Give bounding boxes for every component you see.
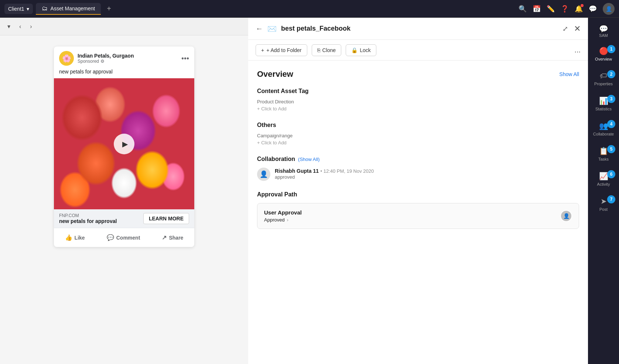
sidebar-item-tasks[interactable]: 5 📋 Tasks bbox=[588, 141, 619, 166]
fb-settings-icon[interactable]: ⚙ bbox=[100, 59, 105, 64]
tab-label: Asset Management bbox=[51, 6, 95, 11]
collaborate-icon: 👥 bbox=[599, 121, 608, 130]
approval-path-title: Approval Path bbox=[257, 191, 579, 198]
approval-name: User Approval bbox=[264, 209, 302, 216]
panel-toolbar: + + Add to Folder ⎘ Clone 🔒 Lock ... bbox=[248, 40, 588, 61]
sidebar-item-collaborate[interactable]: 4 👥 Collaborate bbox=[588, 116, 619, 141]
calendar-icon[interactable]: 📅 bbox=[533, 5, 541, 13]
add-to-folder-label: + Add to Folder bbox=[266, 47, 301, 53]
user-avatar[interactable]: 👤 bbox=[603, 3, 615, 15]
post-badge: 7 bbox=[607, 195, 615, 203]
comment-label: Comment bbox=[116, 235, 140, 241]
like-button[interactable]: 👍 Like bbox=[59, 231, 91, 244]
play-icon: ▶ bbox=[122, 140, 128, 148]
sidebar-right: 💬 SAM 1 🔴 Overview 2 🏷 Properties 3 📊 St… bbox=[588, 18, 619, 364]
client-label: Client1 bbox=[8, 6, 24, 12]
left-content: 🌸 Indian Petals, Gurgaon Sponsored ⚙ •••… bbox=[0, 35, 248, 364]
tasks-label: Tasks bbox=[598, 157, 609, 161]
approval-status[interactable]: Approved › bbox=[264, 217, 302, 223]
search-icon[interactable]: 🔍 bbox=[519, 5, 527, 13]
client-dropdown[interactable]: Client1 ▾ bbox=[4, 4, 33, 14]
approval-chevron-icon: › bbox=[287, 217, 288, 223]
left-toolbar: ▾ ‹ › bbox=[0, 18, 248, 35]
content-asset-click-to-add[interactable]: + Click to Add bbox=[257, 106, 579, 111]
approval-status-text: Approved bbox=[264, 217, 285, 223]
overview-header: Overview Show All bbox=[257, 69, 579, 79]
dropdown-toggle[interactable]: ▾ bbox=[4, 21, 13, 31]
lock-button[interactable]: 🔒 Lock bbox=[346, 44, 376, 56]
fb-link-title: new petals for approval bbox=[59, 218, 117, 224]
tasks-icon: 📋 bbox=[599, 147, 608, 155]
share-panel-icon[interactable]: ⤢ bbox=[561, 23, 570, 34]
fb-profile: 🌸 Indian Petals, Gurgaon Sponsored ⚙ bbox=[59, 51, 134, 66]
panel-body: Overview Show All Content Asset Tag Prod… bbox=[248, 61, 588, 364]
comment-button[interactable]: 💬 Comment bbox=[101, 231, 146, 244]
fb-page-name: Indian Petals, Gurgaon bbox=[78, 53, 134, 59]
statistics-badge: 3 bbox=[607, 95, 615, 103]
overview-icon: 🔴 bbox=[599, 47, 608, 55]
asset-management-tab[interactable]: 🗂 Asset Management bbox=[36, 3, 101, 15]
sidebar-item-statistics[interactable]: 3 📊 Statistics bbox=[588, 91, 619, 116]
share-button[interactable]: ↗ Share bbox=[156, 231, 189, 244]
prev-button[interactable]: ‹ bbox=[16, 22, 24, 31]
collaboration-title: Collaboration bbox=[257, 156, 295, 162]
others-title: Others bbox=[257, 122, 579, 128]
approval-path-section: Approval Path User Approval Approved › 👤 bbox=[257, 191, 579, 229]
fb-link-domain: FNP.COM bbox=[59, 213, 117, 218]
edit-icon[interactable]: ✏️ bbox=[547, 5, 555, 13]
properties-icon: 🏷 bbox=[600, 72, 607, 80]
close-panel-button[interactable]: ✕ bbox=[574, 24, 581, 34]
panel-title: best petals_Facebook bbox=[281, 25, 557, 32]
comment-icon: 💬 bbox=[107, 234, 114, 241]
notification-icon[interactable]: 🔔 bbox=[575, 5, 583, 13]
fb-post-image: ▶ bbox=[54, 78, 194, 209]
clone-label: Clone bbox=[322, 47, 336, 53]
collab-info: Rishabh Gupta 11 • 12:40 PM, 19 Nov 2020… bbox=[275, 168, 374, 180]
toolbar-more-icon[interactable]: ... bbox=[574, 46, 581, 54]
top-right-icons: 🔍 📅 ✏️ ❓ 🔔 💬 👤 bbox=[519, 3, 615, 15]
like-label: Like bbox=[75, 235, 85, 241]
collab-person-time: Rishabh Gupta 11 • 12:40 PM, 19 Nov 2020 bbox=[275, 168, 374, 174]
activity-badge: 6 bbox=[607, 170, 615, 178]
chat-icon[interactable]: 💬 bbox=[589, 5, 597, 13]
folder-icon: + bbox=[261, 47, 264, 53]
header-actions: ⤢ ✕ bbox=[561, 23, 581, 34]
overview-title: Overview bbox=[257, 69, 293, 79]
sam-area[interactable]: 💬 SAM bbox=[597, 21, 611, 41]
sidebar-item-properties[interactable]: 2 🏷 Properties bbox=[588, 66, 619, 91]
collab-status: approved bbox=[275, 174, 374, 180]
left-panel: ▾ ‹ › 🌸 Indian Petals, Gurgaon Sponsored bbox=[0, 18, 248, 364]
fb-page-info: Indian Petals, Gurgaon Sponsored ⚙ bbox=[78, 53, 134, 64]
client-chevron: ▾ bbox=[27, 6, 29, 12]
collaboration-section: Collaboration (Show All) 👤 Rishabh Gupta… bbox=[257, 156, 579, 181]
fb-post-text: new petals for approval bbox=[54, 69, 194, 78]
clone-button[interactable]: ⎘ Clone bbox=[312, 44, 342, 56]
properties-label: Properties bbox=[594, 82, 613, 86]
share-icon: ↗ bbox=[162, 234, 167, 241]
others-click-to-add[interactable]: + Click to Add bbox=[257, 140, 579, 145]
right-panel: ← ✉️ best petals_Facebook ⤢ ✕ + + Add to… bbox=[248, 18, 588, 364]
learn-more-button[interactable]: LEARN MORE bbox=[143, 213, 189, 224]
activity-label: Activity bbox=[597, 182, 610, 186]
sidebar-item-post[interactable]: 7 ➤ Post bbox=[588, 192, 619, 217]
fb-link-info: FNP.COM new petals for approval bbox=[59, 213, 117, 224]
fb-more-icon[interactable]: ••• bbox=[181, 54, 189, 63]
show-all-collab[interactable]: (Show All) bbox=[298, 157, 320, 162]
show-all-link[interactable]: Show All bbox=[559, 71, 579, 77]
approval-avatar: 👤 bbox=[560, 210, 572, 222]
post-label: Post bbox=[599, 207, 608, 212]
sidebar-item-overview[interactable]: 1 🔴 Overview bbox=[588, 41, 619, 66]
sidebar-item-activity[interactable]: 6 📈 Activity bbox=[588, 166, 619, 192]
fb-play-button[interactable]: ▶ bbox=[114, 134, 134, 154]
clone-icon: ⎘ bbox=[317, 47, 320, 53]
top-bar: Client1 ▾ 🗂 Asset Management + 🔍 📅 ✏️ ❓ … bbox=[0, 0, 619, 18]
add-to-folder-button[interactable]: + + Add to Folder bbox=[256, 44, 307, 56]
next-button[interactable]: › bbox=[27, 22, 35, 31]
campaign-range-label: Campaign/range bbox=[257, 133, 579, 138]
new-tab-button[interactable]: + bbox=[104, 3, 114, 14]
back-button[interactable]: ← bbox=[256, 24, 263, 33]
overview-badge: 1 bbox=[607, 45, 615, 53]
fb-link-preview: FNP.COM new petals for approval LEARN MO… bbox=[54, 209, 194, 228]
fb-avatar-icon: 🌸 bbox=[62, 54, 71, 63]
help-icon[interactable]: ❓ bbox=[561, 5, 569, 13]
